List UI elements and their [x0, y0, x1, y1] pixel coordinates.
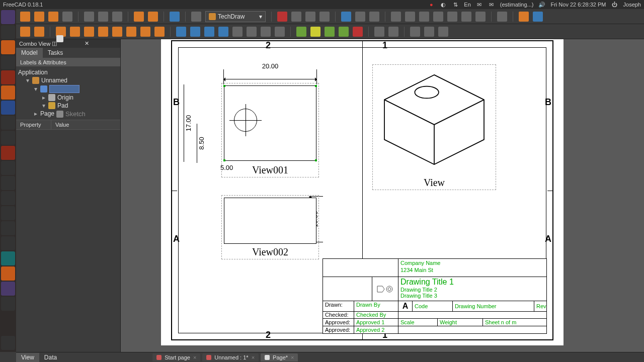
export-dxf-icon[interactable] — [424, 27, 434, 37]
tb-rev-letter[interactable]: A — [398, 301, 413, 311]
macro-stop-icon[interactable] — [291, 12, 301, 22]
copy-icon[interactable] — [98, 12, 108, 22]
macro-run-icon[interactable] — [319, 12, 330, 22]
tb-title2[interactable]: Drawing Title 2 — [400, 287, 544, 293]
insert-arch-icon[interactable] — [261, 27, 271, 37]
launcher-freecad-icon[interactable] — [1, 70, 15, 84]
dim-diameter-icon[interactable] — [112, 27, 122, 37]
network-status[interactable]: (estimating...) — [500, 2, 534, 8]
new-icon[interactable] — [20, 12, 30, 22]
view-right-icon[interactable] — [433, 12, 443, 22]
vertex-icon[interactable] — [315, 159, 317, 161]
new-page-template-icon[interactable] — [34, 27, 44, 37]
volume-icon[interactable]: 🔊 — [538, 1, 545, 8]
view-front[interactable]: View002 — [221, 195, 319, 259]
tb-title1[interactable]: Drawing Title 1 — [400, 278, 544, 287]
dim-link-icon[interactable] — [154, 27, 165, 37]
undo-icon[interactable] — [134, 12, 144, 22]
tb-rev[interactable]: Rev — [534, 301, 546, 311]
export-svg-icon[interactable] — [410, 27, 420, 37]
launcher-app8-icon[interactable] — [1, 206, 15, 220]
launcher-app5-icon[interactable] — [1, 146, 15, 160]
tb-address[interactable]: 1234 Main St — [400, 266, 544, 274]
launcher-app14-icon[interactable] — [1, 297, 15, 311]
lang-indicator[interactable]: En — [464, 2, 470, 8]
vertex-icon[interactable] — [223, 159, 225, 161]
close-panel-icon[interactable]: ✕ — [85, 40, 117, 47]
launcher-app12-icon[interactable] — [1, 266, 15, 281]
expand-icon[interactable]: ▸ — [41, 94, 46, 101]
launcher-app2-icon[interactable] — [1, 101, 15, 115]
tb-dwgnum[interactable]: Drawing Number — [453, 301, 534, 311]
launcher-firefox-icon[interactable] — [1, 40, 15, 54]
record-icon[interactable]: ● — [428, 1, 435, 8]
sync-icon[interactable]: ⇅ — [452, 1, 459, 8]
insert-spreadsheet-icon[interactable] — [275, 27, 285, 37]
cursor-icon[interactable] — [191, 12, 201, 22]
tb-company[interactable]: Company Name — [400, 259, 544, 266]
redo-icon[interactable] — [148, 12, 158, 22]
collapse-icon[interactable]: ▾ — [33, 85, 38, 93]
insert-detail-icon[interactable] — [218, 27, 228, 37]
doctab-unnamed[interactable]: Unnamed : 1*× — [202, 353, 259, 361]
iso-drawing[interactable] — [378, 70, 491, 169]
view-left-icon[interactable] — [475, 12, 486, 22]
view-rear-icon[interactable] — [447, 12, 457, 22]
launcher-files-icon[interactable] — [1, 25, 15, 39]
view-label[interactable]: View002 — [252, 246, 288, 258]
close-tab-icon[interactable]: × — [291, 354, 294, 360]
close-tab-icon[interactable]: × — [252, 354, 255, 360]
tb-blank-cell[interactable] — [323, 277, 372, 301]
tb-drawn-by[interactable]: Drawn By — [354, 301, 398, 311]
launcher-app13-icon[interactable] — [1, 282, 15, 296]
launcher-app-icon[interactable] — [1, 85, 15, 100]
tree-application[interactable]: Application — [16, 68, 120, 76]
insert-view-icon[interactable] — [176, 27, 186, 37]
view-label[interactable]: View — [424, 177, 445, 189]
insert-projgroup-icon[interactable] — [190, 27, 200, 37]
insert-annotation-icon[interactable] — [232, 27, 243, 37]
tree-sketch[interactable]: Sketch — [16, 110, 88, 118]
paste-icon[interactable] — [112, 12, 122, 22]
launcher-terminal-icon[interactable] — [1, 55, 15, 69]
dim-width[interactable]: 20.00 — [223, 64, 317, 72]
open-icon[interactable] — [34, 12, 44, 22]
launcher-app10-icon[interactable] — [1, 236, 15, 250]
clip-add-icon[interactable] — [374, 27, 384, 37]
settings-icon[interactable]: ◐ — [440, 1, 447, 8]
group-icon[interactable] — [533, 12, 543, 22]
view-top[interactable]: View001 — [221, 83, 319, 177]
launcher-app3-icon[interactable] — [1, 116, 15, 130]
launcher-trash-icon[interactable] — [1, 336, 15, 350]
new-page-icon[interactable] — [20, 27, 30, 37]
symbol-icon[interactable] — [325, 27, 335, 37]
zoom-fit-icon[interactable] — [341, 12, 351, 22]
part-outline[interactable] — [224, 198, 316, 244]
view-front-icon[interactable] — [405, 12, 415, 22]
tb-appr2[interactable]: Approved 2 — [354, 326, 398, 333]
tb-checked-by[interactable]: Checked By — [354, 311, 398, 318]
power-icon[interactable]: ⏻ — [611, 1, 618, 8]
tree-origin[interactable]: ▸Origin — [16, 94, 120, 102]
tree-body[interactable]: ▾ — [16, 84, 120, 94]
vertex-icon[interactable] — [315, 85, 317, 87]
launcher-app11-icon[interactable] — [1, 251, 15, 265]
collapse-icon[interactable]: ▾ — [41, 102, 46, 109]
doctab-page[interactable]: Page*× — [261, 353, 298, 361]
print-icon[interactable] — [62, 12, 72, 22]
tab-data[interactable]: Data — [39, 353, 62, 362]
workbench-selector[interactable]: TechDraw ▾ — [205, 11, 266, 22]
doctab-start[interactable]: Start page× — [152, 353, 200, 361]
view-iso-icon[interactable] — [391, 12, 401, 22]
launcher-dash-icon[interactable] — [1, 10, 15, 24]
macro-record-icon[interactable] — [277, 12, 287, 22]
tb-appr1[interactable]: Approved 1 — [354, 319, 398, 326]
save-icon[interactable] — [48, 12, 58, 22]
tb-logo-cell[interactable] — [323, 259, 398, 277]
drawing-page[interactable]: 2 1 2 1 B A B A 20.00 17.00 8.50 5.00 — [161, 39, 564, 345]
tab-tasks[interactable]: Tasks — [43, 48, 68, 58]
vertex-icon[interactable] — [223, 85, 225, 87]
cut-icon[interactable] — [84, 12, 94, 22]
launcher-clock-icon[interactable] — [1, 161, 15, 175]
launcher-app9-icon[interactable] — [1, 221, 15, 235]
